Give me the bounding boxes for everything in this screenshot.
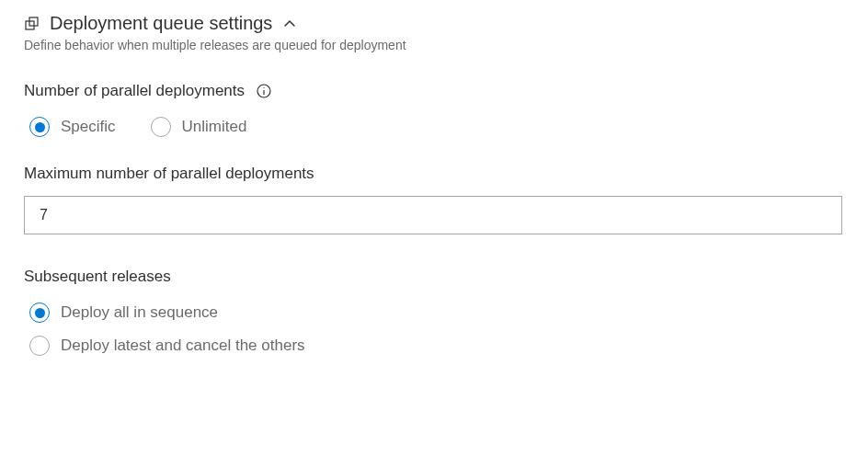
radio-unlimited[interactable]: Unlimited: [151, 117, 247, 137]
radio-circle-icon: [29, 336, 50, 356]
info-icon[interactable]: [256, 83, 272, 99]
queue-icon: [24, 16, 40, 32]
section-header: Deployment queue settings: [24, 13, 844, 34]
field-label-row: Subsequent releases: [24, 268, 844, 286]
section-title: Deployment queue settings: [50, 13, 272, 34]
parallel-deployments-label: Number of parallel deployments: [24, 82, 245, 100]
svg-point-4: [263, 87, 264, 88]
section-subtitle: Define behavior when multiple releases a…: [24, 38, 844, 52]
radio-specific-label: Specific: [61, 118, 116, 136]
radio-circle-icon: [29, 117, 50, 137]
parallel-deployments-group: Number of parallel deployments Specific …: [24, 82, 844, 137]
subsequent-releases-label: Subsequent releases: [24, 268, 171, 286]
subsequent-releases-options: Deploy all in sequence Deploy latest and…: [24, 302, 844, 356]
chevron-up-icon[interactable]: [281, 16, 298, 32]
max-parallel-group: Maximum number of parallel deployments: [24, 165, 844, 234]
radio-specific[interactable]: Specific: [29, 117, 116, 137]
radio-dot-icon: [35, 122, 45, 132]
radio-dot-icon: [35, 308, 45, 318]
parallel-deployments-options: Specific Unlimited: [24, 117, 844, 137]
subsequent-releases-group: Subsequent releases Deploy all in sequen…: [24, 268, 844, 356]
field-label-row: Number of parallel deployments: [24, 82, 844, 100]
radio-latest[interactable]: Deploy latest and cancel the others: [29, 336, 844, 356]
radio-sequence-label: Deploy all in sequence: [61, 303, 218, 322]
radio-circle-icon: [151, 117, 171, 137]
max-parallel-label: Maximum number of parallel deployments: [24, 165, 844, 183]
radio-unlimited-label: Unlimited: [182, 118, 247, 136]
max-parallel-input[interactable]: [24, 196, 842, 234]
radio-circle-icon: [29, 302, 50, 323]
radio-latest-label: Deploy latest and cancel the others: [61, 337, 305, 355]
radio-sequence[interactable]: Deploy all in sequence: [29, 302, 844, 323]
